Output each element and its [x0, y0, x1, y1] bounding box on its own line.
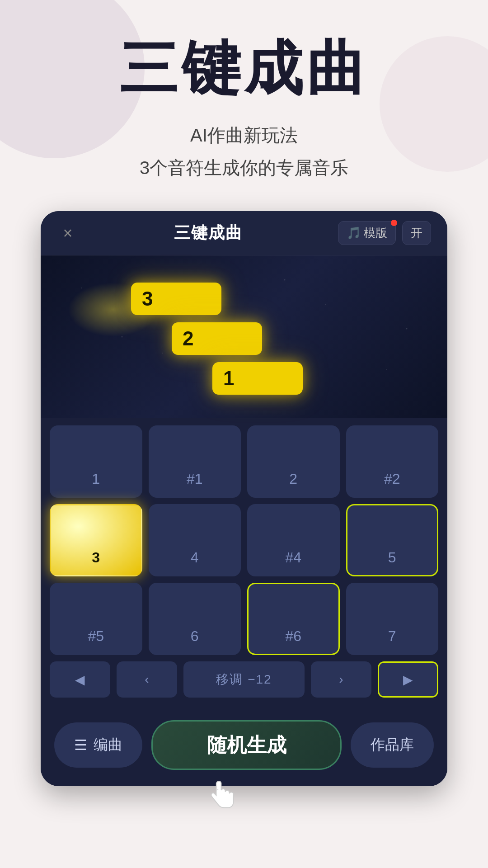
- generate-button[interactable]: 随机生成: [151, 720, 342, 770]
- pad-sharp5[interactable]: #5: [50, 583, 142, 655]
- window-title: 三键成曲: [174, 222, 243, 244]
- pad-2[interactable]: 2: [247, 425, 340, 498]
- badge-notification-dot: [391, 220, 397, 226]
- note-block-2: 2: [172, 322, 262, 355]
- subtitle-line2: 3个音符生成你的专属音乐: [140, 151, 348, 184]
- pad-row-1: 1 #1 2 #2: [50, 425, 438, 498]
- play-icon: ▶: [403, 672, 413, 687]
- main-title: 三键成曲: [119, 36, 369, 101]
- pad-1[interactable]: 1: [50, 425, 142, 498]
- edit-button[interactable]: ☰ 编曲: [54, 722, 142, 768]
- bottom-actions: ☰ 编曲 随机生成 作品库: [41, 711, 447, 786]
- toggle-button[interactable]: 开: [402, 221, 431, 245]
- edit-label: 编曲: [94, 735, 122, 755]
- pad-sharp4[interactable]: #4: [247, 504, 340, 576]
- pad-row-2: 3 4 #4 5: [50, 504, 438, 576]
- pad-3[interactable]: 3: [50, 504, 142, 576]
- note-block-1: 1: [212, 362, 303, 395]
- pad-6[interactable]: 6: [149, 583, 241, 655]
- badge-label: 模版: [364, 225, 387, 241]
- pad-7[interactable]: 7: [346, 583, 439, 655]
- cursor-hand-icon: [199, 773, 239, 814]
- pad-sharp2[interactable]: #2: [346, 425, 439, 498]
- pad-sharp6[interactable]: #6: [247, 583, 340, 655]
- notes-container: 3 2 1: [131, 274, 357, 400]
- next-button[interactable]: ›: [311, 661, 371, 698]
- prev-button[interactable]: ‹: [117, 661, 177, 698]
- generate-label: 随机生成: [207, 732, 286, 759]
- pad-grid: 1 #1 2 #2 3 4 #4 5 #5 6 #6 7: [41, 418, 447, 711]
- play-button[interactable]: ▶: [378, 661, 438, 698]
- library-button[interactable]: 作品库: [351, 722, 434, 768]
- subtitle-line1: AI作曲新玩法: [140, 119, 348, 151]
- rewind-icon: ◀: [75, 672, 85, 687]
- next-icon: ›: [339, 672, 343, 687]
- transport-row: ◀ ‹ 移调 −12 › ▶: [50, 661, 438, 698]
- window-header: × 三键成曲 🎵 模版 开: [41, 211, 447, 255]
- pad-row-3: #5 6 #6 7: [50, 583, 438, 655]
- pad-5[interactable]: 5: [346, 504, 439, 576]
- edit-icon: ☰: [74, 736, 87, 754]
- note-block-3: 3: [131, 283, 221, 315]
- rewind-button[interactable]: ◀: [50, 661, 110, 698]
- header-right: 🎵 模版 开: [338, 221, 431, 245]
- page-content: 三键成曲 AI作曲新玩法 3个音符生成你的专属音乐 × 三键成曲 🎵 模版 开: [0, 0, 488, 786]
- pad-sharp1[interactable]: #1: [149, 425, 241, 498]
- library-label: 作品库: [371, 735, 414, 755]
- subtitle: AI作曲新玩法 3个音符生成你的专属音乐: [140, 119, 348, 184]
- template-badge[interactable]: 🎵 模版: [338, 221, 396, 245]
- close-button[interactable]: ×: [57, 222, 79, 244]
- prev-icon: ‹: [145, 672, 149, 687]
- transpose-display: 移调 −12: [183, 661, 305, 698]
- app-window: × 三键成曲 🎵 模版 开 3 2: [41, 211, 447, 786]
- badge-icon: 🎵: [347, 226, 361, 240]
- note-display-area: 3 2 1: [41, 255, 447, 418]
- pad-4[interactable]: 4: [149, 504, 241, 576]
